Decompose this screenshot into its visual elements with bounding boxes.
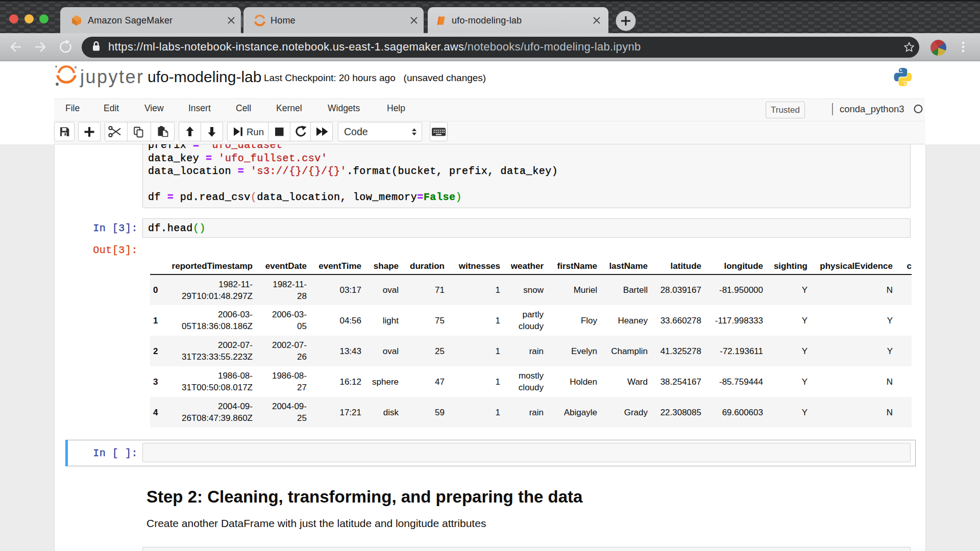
svg-text:Code: Code bbox=[344, 126, 368, 137]
svg-text:Run: Run bbox=[247, 127, 264, 137]
